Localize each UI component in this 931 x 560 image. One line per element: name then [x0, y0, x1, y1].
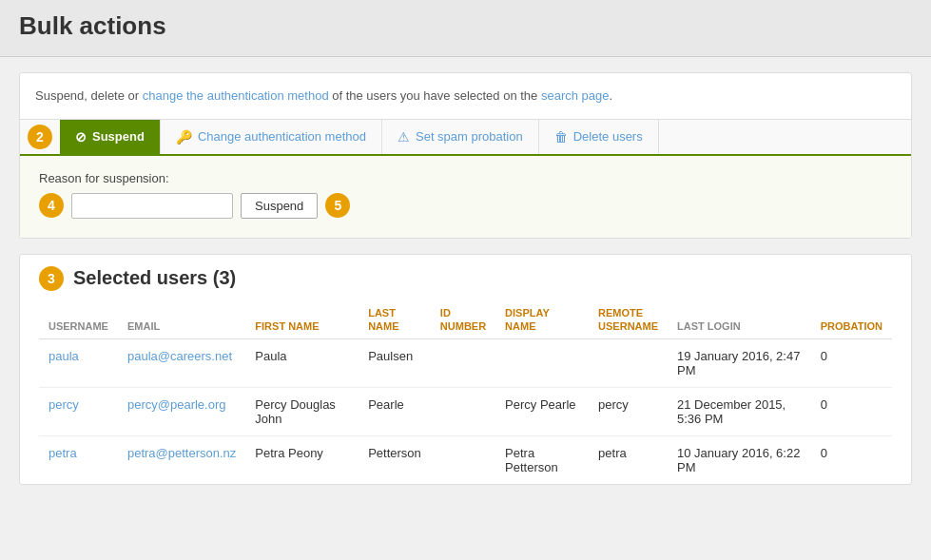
cell-last-name: Pearle — [359, 388, 431, 436]
cell-id-number — [431, 339, 495, 388]
cell-probation: 0 — [811, 436, 892, 485]
cell-last-login: 21 December 2015, 5:36 PM — [668, 388, 811, 436]
spam-probation-icon: ⚠ — [398, 129, 410, 145]
main-content: Suspend, delete or change the authentica… — [0, 57, 931, 515]
page-title: Bulk actions — [19, 11, 912, 41]
users-table: USERNAME EMAIL FIRST NAME LASTNAME IDNUM… — [39, 300, 892, 485]
cell-email-link[interactable]: percy@pearle.org — [127, 397, 226, 412]
cell-display-name: Percy Pearle — [495, 388, 589, 436]
cell-email[interactable]: petra@petterson.nz — [118, 436, 245, 485]
cell-display-name — [495, 339, 589, 388]
table-row: paulapaula@careers.netPaulaPaulsen19 Jan… — [39, 339, 892, 388]
col-last-name: LASTNAME — [359, 300, 431, 339]
col-username: USERNAME — [39, 300, 118, 339]
col-id-number: IDNUMBER — [431, 300, 495, 339]
delete-users-icon: 🗑 — [554, 129, 568, 145]
tab-spam-probation-label: Set spam probation — [416, 129, 523, 144]
table-body: paulapaula@careers.netPaulaPaulsen19 Jan… — [39, 339, 892, 485]
suspend-icon: ⊘ — [75, 129, 87, 145]
card-intro: Suspend, delete or change the authentica… — [20, 73, 911, 119]
cell-first-name: Paula — [245, 339, 359, 388]
change-auth-icon: 🔑 — [176, 129, 192, 145]
cell-email-link[interactable]: paula@careers.net — [127, 349, 232, 363]
cell-first-name: Percy Douglas John — [245, 388, 359, 436]
step-2-badge-wrapper: 2 — [20, 120, 60, 154]
suspension-panel: Reason for suspension: 4 Suspend 5 — [20, 156, 911, 238]
cell-remote-username — [589, 339, 668, 388]
col-display-name: DISPLAYNAME — [495, 300, 589, 339]
tab-change-auth[interactable]: 🔑 Change authentication method — [161, 120, 382, 154]
table-header-row: USERNAME EMAIL FIRST NAME LASTNAME IDNUM… — [39, 300, 892, 339]
tab-spam-probation[interactable]: ⚠ Set spam probation — [382, 120, 539, 154]
suspension-reason-input[interactable] — [71, 193, 233, 219]
cell-last-name: Paulsen — [359, 339, 431, 388]
cell-last-login: 10 January 2016, 6:22 PM — [668, 436, 811, 485]
suspension-label: Reason for suspension: — [39, 171, 892, 185]
cell-remote-username: petra — [589, 436, 668, 485]
cell-username-link[interactable]: petra — [48, 446, 77, 460]
col-probation: PROBATION — [811, 300, 892, 339]
cell-id-number — [431, 388, 495, 436]
selected-users-title: Selected users (3) — [73, 267, 236, 289]
cell-display-name: Petra Petterson — [495, 436, 589, 485]
cell-last-name: Petterson — [359, 436, 431, 485]
cell-username-link[interactable]: paula — [48, 349, 79, 363]
intro-text-middle: of the users you have selected on the — [329, 88, 541, 103]
intro-text-end: . — [610, 88, 613, 103]
tab-delete-users-label: Delete users — [573, 129, 643, 144]
bulk-actions-card: Suspend, delete or change the authentica… — [19, 72, 912, 239]
col-last-login: LAST LOGIN — [668, 300, 811, 339]
tab-change-auth-label: Change authentication method — [198, 129, 366, 144]
col-remote-username: REMOTEUSERNAME — [589, 300, 668, 339]
col-email: EMAIL — [118, 300, 245, 339]
step-3-badge: 3 — [39, 266, 64, 291]
section-header: 3 Selected users (3) — [39, 255, 892, 300]
cell-email-link[interactable]: petra@petterson.nz — [127, 446, 236, 460]
cell-first-name: Petra Peony — [245, 436, 359, 485]
cell-last-login: 19 January 2016, 2:47 PM — [668, 339, 811, 388]
table-row: petrapetra@petterson.nzPetra PeonyPetter… — [39, 436, 892, 485]
suspension-form: 4 Suspend 5 — [39, 193, 892, 219]
cell-username[interactable]: paula — [39, 339, 118, 388]
cell-probation: 0 — [811, 388, 892, 436]
change-auth-link[interactable]: change the authentication method — [143, 88, 329, 103]
cell-email[interactable]: percy@pearle.org — [118, 388, 245, 436]
table-head: USERNAME EMAIL FIRST NAME LASTNAME IDNUM… — [39, 300, 892, 339]
cell-username[interactable]: percy — [39, 388, 118, 436]
suspend-button[interactable]: Suspend — [241, 193, 318, 219]
tab-delete-users[interactable]: 🗑 Delete users — [539, 120, 659, 154]
step-5-badge: 5 — [325, 193, 350, 218]
cell-email[interactable]: paula@careers.net — [118, 339, 245, 388]
cell-username-link[interactable]: percy — [48, 397, 79, 412]
step-4-badge: 4 — [39, 193, 64, 218]
col-first-name: FIRST NAME — [245, 300, 359, 339]
tabs-bar: 2 ⊘ Suspend 🔑 Change authentication meth… — [20, 119, 911, 156]
cell-username[interactable]: petra — [39, 436, 118, 485]
selected-users-card: 3 Selected users (3) USERNAME EMAIL FIRS… — [19, 254, 912, 486]
cell-remote-username: percy — [589, 388, 668, 436]
cell-id-number — [431, 436, 495, 485]
page-header: Bulk actions — [0, 0, 931, 57]
tab-suspend-label: Suspend — [92, 129, 145, 144]
table-row: percypercy@pearle.orgPercy Douglas JohnP… — [39, 388, 892, 436]
tab-suspend[interactable]: ⊘ Suspend — [60, 120, 161, 154]
search-page-link[interactable]: search page — [541, 88, 610, 103]
intro-text-before: Suspend, delete or — [35, 88, 143, 103]
cell-probation: 0 — [811, 339, 892, 388]
step-2-badge: 2 — [28, 125, 52, 149]
